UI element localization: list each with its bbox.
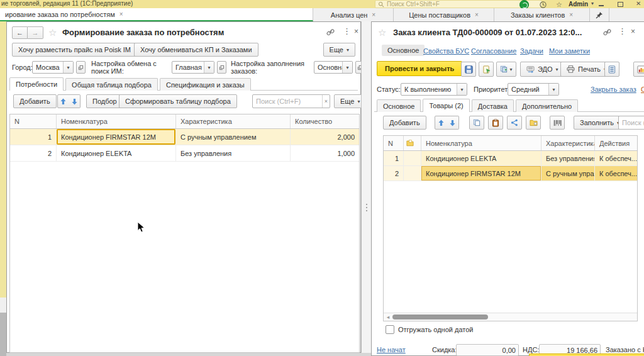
status-combo[interactable]: К выполнению ▾ bbox=[401, 83, 467, 96]
favorite-star-icon[interactable]: ☆ bbox=[378, 27, 386, 38]
cell-n[interactable]: 2 bbox=[384, 166, 404, 181]
col-nomenclature[interactable]: Номенклатура bbox=[57, 114, 176, 128]
cell-nomenclature[interactable]: Кондиционер ELEKTA bbox=[421, 151, 541, 165]
cut-link-fragment[interactable]: О bbox=[641, 86, 644, 93]
tab-close-icon[interactable]: × bbox=[475, 11, 479, 18]
tab-delivery[interactable]: Доставка bbox=[472, 99, 514, 112]
exchange-kp-button[interactable]: Хочу обмениваться КП и Заказами bbox=[134, 43, 258, 57]
fill-setting-combo[interactable]: Основная ▾ bbox=[314, 61, 353, 74]
window-close-button[interactable]: ✕ bbox=[636, 1, 641, 8]
chevron-down-icon[interactable]: ▾ bbox=[342, 62, 352, 73]
copy-dropdown-button[interactable]: ▾ bbox=[496, 62, 516, 77]
chevron-down-icon[interactable]: ▾ bbox=[63, 62, 73, 73]
chevron-down-icon[interactable]: ▾ bbox=[457, 84, 467, 95]
exchange-setting-combo[interactable]: Главная ▾ bbox=[172, 61, 214, 74]
horizontal-scrollbar[interactable]: ◂ bbox=[384, 313, 637, 321]
tab-main[interactable]: Основное bbox=[377, 99, 421, 112]
cell-folder[interactable] bbox=[404, 166, 421, 181]
pick-button[interactable]: Подбор bbox=[86, 94, 123, 108]
paste-button[interactable] bbox=[488, 116, 503, 130]
more-menu-icon[interactable]: ⋮ bbox=[343, 26, 351, 36]
cell-nomenclature-selected[interactable]: Кондиционер FIRMSTAR 12M bbox=[421, 166, 541, 181]
more-menu-icon[interactable]: ⋮ bbox=[618, 26, 626, 36]
close-form-icon[interactable]: × bbox=[354, 27, 358, 36]
col-nomenclature[interactable]: Номенклатура bbox=[421, 136, 541, 150]
cell-characteristic[interactable]: С ручным упра... bbox=[541, 166, 595, 181]
favorite-star-icon[interactable]: ☆ bbox=[48, 27, 57, 38]
tab-needs[interactable]: Потребности bbox=[9, 77, 64, 91]
col-characteristic[interactable]: Характеристика bbox=[541, 136, 595, 150]
get-link-icon[interactable] bbox=[326, 29, 335, 37]
tab-close-icon[interactable]: × bbox=[119, 11, 123, 18]
tab-customer-orders[interactable]: Заказы клиентов × bbox=[494, 8, 590, 21]
favorites-icon[interactable]: ☆ bbox=[556, 1, 562, 8]
add-button[interactable]: Добавить bbox=[13, 94, 57, 108]
col-actions[interactable]: Действия bbox=[595, 136, 637, 150]
history-icon[interactable] bbox=[540, 1, 547, 8]
copy-row-button[interactable] bbox=[469, 116, 484, 130]
post-and-close-button[interactable]: Провести и закрыть bbox=[377, 61, 462, 76]
window-restore-button[interactable] bbox=[618, 0, 623, 8]
cell-actions[interactable]: К обеспеч... bbox=[595, 166, 637, 181]
cell-n[interactable]: 1 bbox=[384, 151, 404, 165]
cell-n[interactable]: 1 bbox=[10, 129, 57, 145]
save-button[interactable] bbox=[461, 62, 476, 77]
scroll-left-icon[interactable]: ◂ bbox=[384, 314, 392, 320]
close-order-link[interactable]: Закрыть заказ bbox=[591, 86, 636, 93]
cell-characteristic[interactable]: С ручным управлением bbox=[176, 129, 291, 145]
table-row[interactable]: 1 Кондиционер ELEKTA Без управления К об… bbox=[384, 151, 637, 166]
tab-goods[interactable]: Товары (2) bbox=[423, 99, 469, 112]
get-link-icon[interactable] bbox=[603, 29, 611, 37]
chart-report-button[interactable] bbox=[633, 62, 644, 77]
table-row[interactable]: 2 Кондиционер FIRMSTAR 12M С ручным упра… bbox=[384, 166, 637, 181]
col-n[interactable]: N bbox=[10, 114, 57, 128]
move-up-button[interactable] bbox=[57, 94, 69, 108]
cell-folder[interactable] bbox=[404, 151, 421, 165]
tab-supplier-prices[interactable]: Цены поставщиков × bbox=[394, 8, 494, 21]
move-up-button[interactable] bbox=[435, 116, 447, 130]
add-button[interactable]: Добавить bbox=[383, 116, 426, 130]
search-input[interactable] bbox=[253, 96, 322, 107]
tab-price-analysis[interactable]: Анализ цен × bbox=[313, 8, 394, 21]
barcode-scanner-button[interactable] bbox=[550, 116, 565, 130]
col-n[interactable]: N bbox=[384, 136, 404, 150]
order-state-link[interactable]: Не начат bbox=[377, 346, 406, 353]
user-menu[interactable]: Admin ▾ bbox=[569, 1, 594, 8]
table-search[interactable]: × bbox=[252, 94, 330, 108]
nav-bus-properties[interactable]: Свойства БУС bbox=[423, 47, 469, 55]
place-price-button[interactable]: Хочу разместить прайс на Poisk IM bbox=[12, 43, 137, 57]
cell-nomenclature-focused[interactable]: Кондиционер FIRMSTAR 12M bbox=[57, 129, 176, 145]
chevron-down-icon[interactable]: ▾ bbox=[204, 62, 214, 73]
move-down-button[interactable] bbox=[69, 94, 80, 108]
cell-characteristic[interactable]: Без управления bbox=[176, 145, 291, 161]
price-access-button[interactable] bbox=[526, 116, 541, 130]
tab-additional[interactable]: Дополнительно bbox=[516, 99, 578, 112]
cell-quantity[interactable]: 2,000 bbox=[291, 129, 359, 145]
report-button[interactable] bbox=[604, 62, 619, 77]
nav-tasks[interactable]: Задачи bbox=[520, 47, 543, 55]
pin-icon[interactable] bbox=[590, 8, 609, 21]
post-document-button[interactable] bbox=[479, 62, 494, 77]
table-row[interactable]: 2 Кондиционер ELEKTA Без управления 1,00… bbox=[10, 145, 359, 162]
tab-specification-orders[interactable]: Спецификация и заказы bbox=[160, 78, 251, 91]
cell-n[interactable]: 2 bbox=[10, 145, 57, 161]
cell-nomenclature[interactable]: Кондиционер ELEKTA bbox=[57, 145, 176, 161]
move-down-button[interactable] bbox=[447, 116, 459, 130]
global-search[interactable]: Поиск Ctrl+Shift+F bbox=[375, 0, 542, 8]
search-input[interactable] bbox=[619, 117, 644, 128]
more-button[interactable]: Еще▾ bbox=[323, 43, 355, 57]
cell-quantity[interactable]: 1,000 bbox=[291, 145, 359, 161]
nav-main[interactable]: Основное bbox=[382, 45, 425, 56]
cell-characteristic[interactable]: Без управления bbox=[541, 151, 595, 165]
close-form-icon[interactable]: × bbox=[631, 27, 635, 36]
nav-my-notes[interactable]: Мои заметки bbox=[549, 47, 590, 55]
support-icon[interactable] bbox=[519, 0, 529, 8]
chevron-down-icon[interactable]: ▾ bbox=[548, 84, 558, 95]
discount-field[interactable]: 0,00 bbox=[456, 344, 519, 356]
col-quantity[interactable]: Количество bbox=[291, 114, 359, 128]
clear-search-icon[interactable]: × bbox=[322, 95, 330, 108]
city-combo[interactable]: Москва ▾ bbox=[32, 61, 74, 74]
exchange-open-button[interactable] bbox=[217, 61, 226, 74]
tab-close-icon[interactable]: × bbox=[372, 11, 375, 18]
tab-order-formation[interactable]: ирование заказа по потребностям × bbox=[0, 8, 313, 21]
